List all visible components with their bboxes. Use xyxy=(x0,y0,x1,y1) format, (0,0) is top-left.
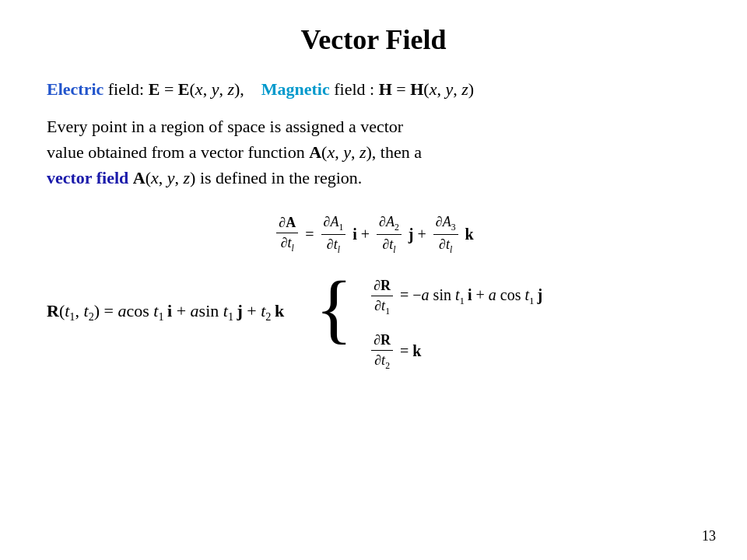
right-stacked-formulas: ∂R ∂t1 = −a sin t1 i + a cos t1 j ∂R ∂t2… xyxy=(368,278,542,370)
magnetic-field-text: field : H = H(x, y, z) xyxy=(334,79,474,99)
frac-dA1-dt: ∂A1 ∂tl xyxy=(321,214,346,254)
bottom-section: R(t1, t2) = acos t1 i + asin t1 j + t2 k… xyxy=(47,278,700,370)
frac-dA-dt: ∂A ∂tl xyxy=(276,215,298,254)
description-paragraph: Every point in a region of space is assi… xyxy=(47,114,545,191)
frac-dA3-dt: ∂A3 ∂tl xyxy=(433,214,458,254)
frac-dA2-dt: ∂A2 ∂tl xyxy=(377,214,402,254)
electric-field-text: field: E = E(x, y, z), xyxy=(108,79,261,99)
main-formula-container: ∂A ∂tl = ∂A1 ∂tl i + ∂A2 ∂tl j + ∂A3 ∂tl… xyxy=(47,214,700,254)
electric-label: Electric xyxy=(47,79,103,99)
slide-page: Vector Field Electric field: E = E(x, y,… xyxy=(0,0,747,560)
right-formulas-container: { ∂R ∂t1 = −a sin t1 i + a cos t1 j ∂R ∂… xyxy=(315,278,542,370)
field-description: Electric field: E = E(x, y, z), Magnetic… xyxy=(47,79,700,100)
main-formula: ∂A ∂tl = ∂A1 ∂tl i + ∂A2 ∂tl j + ∂A3 ∂tl… xyxy=(273,214,473,254)
page-title: Vector Field xyxy=(47,23,700,56)
page-number: 13 xyxy=(702,528,716,544)
r-formula: R(t1, t2) = acos t1 i + asin t1 j + t2 k xyxy=(47,278,315,324)
magnetic-label: Magnetic xyxy=(261,79,330,99)
vector-field-rest: A(x, y, z) is defined in the region. xyxy=(133,168,362,187)
partial-r-t1: ∂R ∂t1 = −a sin t1 i + a cos t1 j xyxy=(368,278,542,317)
partial-r-t2: ∂R ∂t2 = k xyxy=(368,332,542,371)
left-brace: { xyxy=(315,270,352,348)
vector-field-bold-text: vector field xyxy=(47,168,128,187)
